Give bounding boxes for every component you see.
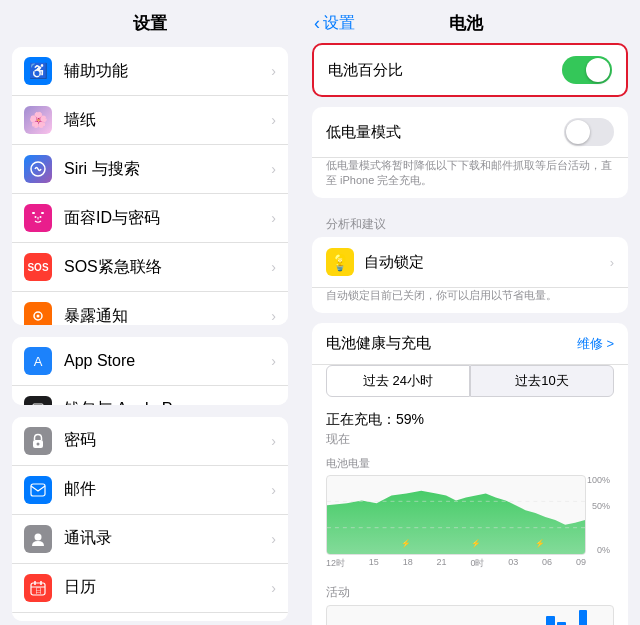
- left-panel: 设置 ♿ 辅助功能 › 🌸 墙纸 › Siri 与搜索 › 面容ID与密码: [0, 0, 300, 625]
- battery-health-label: 电池健康与充电: [326, 334, 577, 353]
- tab-10d[interactable]: 过去10天: [470, 365, 614, 397]
- sidebar-item-notes[interactable]: 备忘录 ›: [12, 613, 288, 622]
- sidebar-item-wallpaper[interactable]: 🌸 墙纸 ›: [12, 96, 288, 145]
- low-power-desc: 低电量模式将暂时降低以下下载和邮件抓取等后台活动，直至 iPhone 完全充电。: [312, 158, 628, 198]
- exposure-icon: [24, 302, 52, 325]
- settings-group-3: 密码 › 邮件 › 通讯录 › 日 日历 ›: [12, 417, 288, 622]
- sidebar-item-faceid[interactable]: 面容ID与密码 ›: [12, 194, 288, 243]
- toggle-thumb: [566, 120, 590, 144]
- svg-text:⚡: ⚡: [471, 538, 481, 548]
- sidebar-item-exposure[interactable]: 暴露通知 ›: [12, 292, 288, 325]
- chevron-icon: ›: [271, 308, 276, 324]
- battery-percentage-label: 电池百分比: [328, 61, 562, 80]
- battery-percentage-toggle[interactable]: [562, 56, 612, 84]
- low-power-row: 低电量模式: [312, 107, 628, 158]
- time-label-15: 15: [369, 557, 379, 570]
- sos-icon: SOS: [24, 253, 52, 281]
- contacts-icon: [24, 525, 52, 553]
- svg-rect-1: [32, 212, 35, 214]
- time-label-0: 0时: [470, 557, 484, 570]
- chevron-icon: ›: [271, 210, 276, 226]
- svg-rect-13: [33, 404, 43, 405]
- sidebar-item-contacts[interactable]: 通讯录 ›: [12, 515, 288, 564]
- calendar-label: 日历: [64, 577, 271, 598]
- chart-0-label: 0%: [597, 545, 610, 555]
- svg-point-16: [37, 442, 40, 445]
- mail-icon: [24, 476, 52, 504]
- svg-text:⚡: ⚡: [535, 538, 545, 548]
- appstore-icon: A: [24, 347, 52, 375]
- battery-health-row[interactable]: 电池健康与充电 维修 >: [312, 323, 628, 365]
- auto-lock-icon: 💡: [326, 248, 354, 276]
- wallet-label: 钱包与 Apple Pay: [64, 399, 271, 404]
- activity-chart: 12时 15 18 21 0时 03 06 09 30分: [312, 605, 628, 625]
- right-panel: ‹ 设置 电池 电池百分比 低电量模式 低电量模式将暂时降低以下下载和邮件抓取等…: [300, 0, 640, 625]
- sidebar-item-calendar[interactable]: 日 日历 ›: [12, 564, 288, 613]
- sidebar-item-appstore[interactable]: A App Store ›: [12, 337, 288, 386]
- time-label-21: 21: [437, 557, 447, 570]
- chevron-icon: ›: [271, 531, 276, 547]
- time-label-09: 09: [576, 557, 586, 570]
- chevron-icon: ›: [271, 161, 276, 177]
- sos-label: SOS紧急联络: [64, 257, 271, 278]
- settings-group-2: A App Store › 钱包与 Apple Pay ›: [12, 337, 288, 405]
- act-bar-24: [579, 610, 588, 625]
- svg-point-3: [35, 216, 37, 218]
- chart-wrapper: 100% 50% 0%: [326, 475, 614, 555]
- low-power-toggle[interactable]: [564, 118, 614, 146]
- contacts-label: 通讯录: [64, 528, 271, 549]
- svg-rect-17: [31, 484, 45, 496]
- mail-label: 邮件: [64, 479, 271, 500]
- time-label-18: 18: [403, 557, 413, 570]
- chevron-icon: ›: [271, 259, 276, 275]
- wallet-icon: [24, 396, 52, 405]
- sidebar-item-passwords[interactable]: 密码 ›: [12, 417, 288, 466]
- sidebar-item-siri[interactable]: Siri 与搜索 ›: [12, 145, 288, 194]
- tab-24h[interactable]: 过去 24小时: [326, 365, 470, 397]
- battery-percentage-row: 电池百分比: [314, 45, 626, 95]
- battery-chart: ⚡ ⚡ ⚡: [326, 475, 586, 555]
- sidebar-item-mail[interactable]: 邮件 ›: [12, 466, 288, 515]
- back-button[interactable]: ‹ 设置: [314, 13, 355, 34]
- right-title: 电池: [355, 12, 576, 35]
- low-power-label: 低电量模式: [326, 123, 564, 142]
- activity-label: 活动: [312, 580, 628, 605]
- wallpaper-label: 墙纸: [64, 110, 271, 131]
- chart-label: 电池电量: [326, 456, 614, 471]
- low-power-group: 低电量模式 低电量模式将暂时降低以下下载和邮件抓取等后台活动，直至 iPhone…: [312, 107, 628, 198]
- accessibility-label: 辅助功能: [64, 61, 271, 82]
- time-label-12: 12时: [326, 557, 345, 570]
- chevron-icon: ›: [271, 482, 276, 498]
- siri-label: Siri 与搜索: [64, 159, 271, 180]
- chart-50-label: 50%: [592, 501, 610, 511]
- siri-icon: [24, 155, 52, 183]
- svg-point-7: [37, 315, 40, 318]
- passwords-label: 密码: [64, 430, 271, 451]
- time-tabs: 过去 24小时 过去10天: [312, 365, 628, 407]
- exposure-label: 暴露通知: [64, 306, 271, 325]
- repair-label[interactable]: 维修 >: [577, 335, 614, 353]
- analysis-section-header: 分析和建议: [312, 208, 628, 237]
- left-title: 设置: [0, 0, 300, 43]
- battery-chart-svg: ⚡ ⚡ ⚡: [327, 476, 585, 554]
- sidebar-item-accessibility[interactable]: ♿ 辅助功能 ›: [12, 47, 288, 96]
- time-label-06: 06: [542, 557, 552, 570]
- svg-text:日: 日: [35, 587, 42, 594]
- accessibility-icon: ♿: [24, 57, 52, 85]
- sidebar-item-wallet[interactable]: 钱包与 Apple Pay ›: [12, 386, 288, 405]
- faceid-icon: [24, 204, 52, 232]
- chart-percent-labels: 100% 50% 0%: [584, 475, 614, 555]
- appstore-label: App Store: [64, 352, 271, 370]
- svg-rect-2: [41, 212, 44, 214]
- svg-text:⚡: ⚡: [401, 538, 411, 548]
- auto-lock-row[interactable]: 💡 自动锁定 ›: [312, 237, 628, 288]
- sidebar-item-sos[interactable]: SOS SOS紧急联络 ›: [12, 243, 288, 292]
- svg-point-18: [35, 533, 42, 540]
- toggle-thumb: [586, 58, 610, 82]
- wallpaper-icon: 🌸: [24, 106, 52, 134]
- time-label-03: 03: [508, 557, 518, 570]
- faceid-label: 面容ID与密码: [64, 208, 271, 229]
- chevron-icon: ›: [271, 63, 276, 79]
- chevron-icon: ›: [271, 580, 276, 596]
- chart-100-label: 100%: [587, 475, 610, 485]
